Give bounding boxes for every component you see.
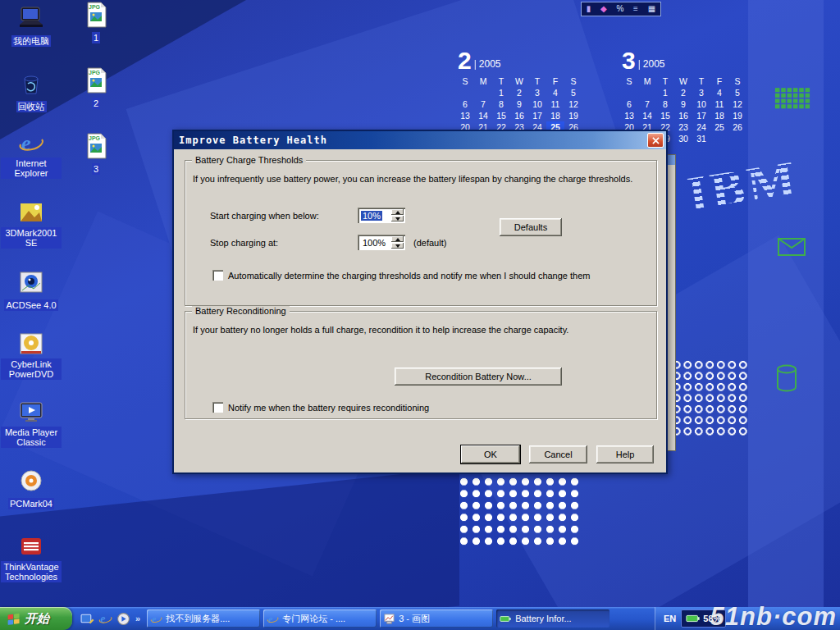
defaults-button[interactable]: Defaults — [500, 218, 562, 236]
calendar-date: 2 — [510, 87, 528, 98]
svg-text:e: e — [21, 131, 31, 155]
pcmark04-icon — [17, 468, 45, 494]
svg-text:e: e — [152, 613, 157, 624]
stop-threshold-spinner[interactable]: 100% — [358, 235, 405, 250]
calendar-date: 6 — [620, 98, 638, 110]
calendar-header: 3|2005 — [620, 44, 751, 72]
grid-icon[interactable]: ▦ — [648, 5, 655, 13]
wallpaper-shape — [0, 468, 459, 630]
calendar-day-header: F — [710, 75, 728, 87]
calendar-date — [728, 133, 746, 144]
desktop-icon-my-computer[interactable]: 我的电脑 — [1, 5, 62, 48]
task-label: 专门网论坛 - .... — [282, 613, 345, 625]
start-button-label: 开始 — [25, 611, 49, 627]
calendar-date: 1 — [656, 87, 674, 98]
desktop-icon-3dmark2001[interactable]: 3DMark2001 SE — [1, 199, 62, 249]
menu-lines-icon[interactable]: ≡ — [633, 5, 638, 13]
powerdvd-icon — [17, 331, 45, 357]
cancel-button[interactable]: Cancel — [529, 445, 587, 463]
recycle-bin-icon — [17, 71, 45, 97]
quick-launch-media-player-icon[interactable] — [116, 612, 130, 626]
calendar-month: 3 — [622, 49, 636, 72]
recondition-battery-button[interactable]: Recondition Battery Now... — [395, 368, 562, 386]
calendar-year: 2005 — [479, 58, 501, 72]
calendar-day-header: M — [474, 75, 492, 87]
desktop-icon-internet-explorer[interactable]: eInternet Explorer — [1, 130, 62, 180]
thresholds-group-legend: Battery Charge Thresholds — [192, 155, 306, 165]
desktop-icon-label: Internet Explorer — [1, 158, 62, 179]
calendar-date: 15 — [492, 110, 510, 121]
calendar-day-header: T — [492, 75, 510, 87]
svg-text:JPG: JPG — [89, 135, 101, 141]
diamond-icon[interactable]: ◆ — [600, 5, 607, 13]
internet-explorer-icon: e — [17, 130, 45, 156]
calendar-day-header: W — [674, 75, 692, 87]
taskbar-task-4[interactable]: Battery Infor... — [496, 609, 609, 628]
up-arrow-icon — [395, 238, 400, 241]
auto-determine-checkbox[interactable] — [212, 270, 223, 281]
desktop-icon-powerdvd[interactable]: CyberLink PowerDVD — [1, 331, 62, 381]
calendar-date: 13 — [456, 110, 474, 121]
notify-reconditioning-checkbox[interactable] — [212, 402, 223, 413]
desktop-icon-label: CyberLink PowerDVD — [1, 358, 62, 380]
indicator-bar-icon[interactable]: ▮ — [587, 5, 591, 13]
default-note: (default) — [413, 238, 446, 248]
ring-dot-pattern — [671, 359, 750, 438]
watermark: 51nb·com — [710, 602, 837, 630]
desktop-icon-acdsee[interactable]: ACDSee 4.0 — [1, 269, 62, 312]
taskbar-task-2[interactable]: e专门网论坛 - .... — [263, 609, 377, 628]
calendar-date: 5 — [728, 87, 746, 98]
start-button[interactable]: 开始 — [0, 607, 72, 630]
desktop-icon-jpg-3[interactable]: JPG3 — [67, 133, 125, 176]
calendar-day-header: S — [456, 75, 474, 87]
quick-launch-internet-explorer-icon[interactable]: e — [98, 612, 112, 626]
desktop-icon-label: 回收站 — [16, 101, 47, 112]
calendar-date: 8 — [656, 98, 674, 110]
calendar-date: 7 — [638, 98, 656, 110]
reconditioning-description: If your battery no longer holds a full c… — [193, 325, 649, 335]
desktop-icon-pcmark04[interactable]: PCMark04 — [1, 468, 62, 510]
calendar-day-header: F — [546, 75, 564, 87]
calendar-day-header: S — [564, 75, 582, 87]
spin-down-button[interactable] — [391, 243, 404, 249]
desktop-icon-label: 1 — [92, 32, 100, 43]
desktop-icon-jpg-2[interactable]: JPG2 — [67, 67, 125, 110]
taskbar-task-1[interactable]: e找不到服务器.... — [147, 609, 260, 628]
jpg-file-icon: JPG — [82, 133, 110, 159]
calendar-month: 2 — [458, 49, 472, 72]
stop-threshold-value[interactable]: 100% — [361, 238, 387, 248]
dot-grid-pattern — [458, 476, 582, 548]
calendar-date — [474, 87, 492, 98]
desktop-background: IBM ▮◆%≡▦ 我的电脑回收站eInternet Explorer3DMar… — [0, 0, 840, 630]
language-indicator[interactable]: EN — [664, 614, 676, 623]
calendar-date: 2 — [674, 87, 692, 98]
quick-launch-chevron[interactable]: » — [135, 614, 140, 623]
calendar-separator: | — [638, 58, 641, 72]
start-charging-label: Start charging when below: — [210, 211, 319, 221]
close-button[interactable] — [647, 133, 664, 148]
desktop-icon-label: Media Player Classic — [1, 427, 62, 448]
taskbar-task-3[interactable]: 3 - 画图 — [380, 609, 493, 628]
desktop-icon-jpg-1[interactable]: JPG1 — [67, 2, 125, 44]
desktop-icon-thinkvantage[interactable]: ThinkVantage Technologies — [1, 533, 62, 583]
auto-determine-checkbox-label[interactable]: Automatically determine the charging thr… — [228, 271, 590, 281]
percent-icon[interactable]: % — [616, 5, 623, 13]
close-icon — [652, 137, 660, 144]
help-button[interactable]: Help — [596, 445, 654, 463]
notify-reconditioning-checkbox-label[interactable]: Notify me when the battery requires reco… — [228, 403, 429, 413]
desktop-icon-media-player-classic[interactable]: Media Player Classic — [1, 399, 62, 449]
calendar-date: 25 — [710, 121, 728, 133]
desktop-icon-label: PCMark04 — [8, 498, 54, 509]
spin-down-button[interactable] — [391, 216, 404, 221]
calendar-day-header: S — [728, 75, 746, 87]
desktop-icon-recycle-bin[interactable]: 回收站 — [1, 71, 62, 113]
start-threshold-spinner[interactable]: 10% — [358, 208, 405, 223]
spin-up-button[interactable] — [391, 209, 404, 215]
thinkvantage-icon — [17, 533, 45, 559]
dialog-title-bar[interactable]: Improve Battery Health — [174, 131, 666, 149]
spin-up-button[interactable] — [391, 236, 404, 242]
start-threshold-value[interactable]: 10% — [361, 211, 382, 221]
quick-launch-show-desktop-icon[interactable] — [80, 612, 94, 626]
ok-button[interactable]: OK — [461, 445, 520, 463]
calendar-header: 2|2005 — [456, 44, 587, 72]
